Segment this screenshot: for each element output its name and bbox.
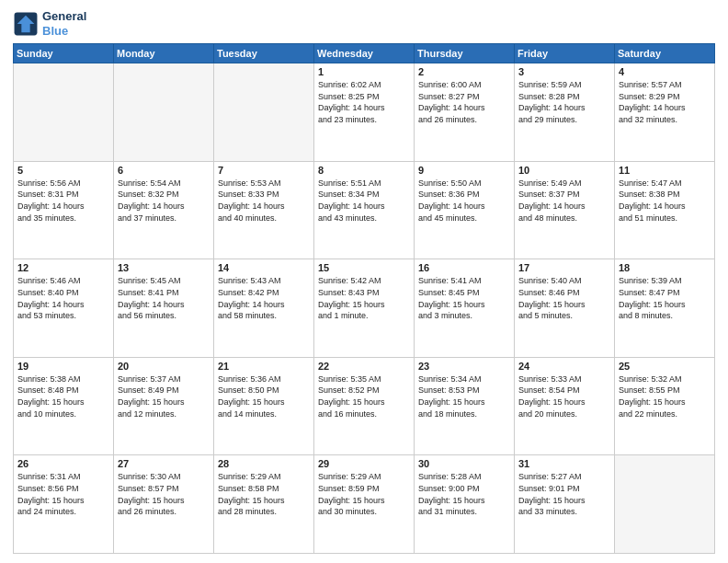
day-number: 26 [17,458,109,469]
weekday-header-wednesday: Wednesday [314,44,415,63]
logo-text: General Blue [42,9,86,38]
calendar-cell-22: 22Sunrise: 5:35 AM Sunset: 8:52 PM Dayli… [314,357,415,455]
day-number: 20 [118,361,210,372]
cell-details: Sunrise: 5:41 AM Sunset: 8:45 PM Dayligh… [418,275,510,321]
weekday-header-monday: Monday [114,44,214,63]
day-number: 13 [118,262,210,273]
calendar-cell-6: 6Sunrise: 5:54 AM Sunset: 8:32 PM Daylig… [114,161,214,259]
calendar-cell-empty [615,455,715,554]
day-number: 31 [518,458,610,469]
cell-details: Sunrise: 5:34 AM Sunset: 8:53 PM Dayligh… [418,373,510,419]
day-number: 1 [318,66,410,77]
calendar-cell-21: 21Sunrise: 5:36 AM Sunset: 8:50 PM Dayli… [214,357,314,455]
day-number: 9 [418,165,510,176]
calendar-table: SundayMondayTuesdayWednesdayThursdayFrid… [13,43,715,554]
calendar-cell-19: 19Sunrise: 5:38 AM Sunset: 8:48 PM Dayli… [14,357,114,455]
cell-details: Sunrise: 5:43 AM Sunset: 8:42 PM Dayligh… [218,275,310,321]
weekday-header-sunday: Sunday [14,44,114,63]
cell-details: Sunrise: 5:51 AM Sunset: 8:34 PM Dayligh… [318,178,410,224]
cell-details: Sunrise: 5:46 AM Sunset: 8:40 PM Dayligh… [17,275,109,321]
day-number: 19 [17,361,109,372]
day-number: 25 [619,361,711,372]
logo-icon [13,11,39,37]
calendar-cell-1: 1Sunrise: 6:02 AM Sunset: 8:25 PM Daylig… [314,63,415,162]
cell-details: Sunrise: 5:35 AM Sunset: 8:52 PM Dayligh… [318,373,410,419]
calendar-cell-17: 17Sunrise: 5:40 AM Sunset: 8:46 PM Dayli… [515,259,615,358]
calendar-cell-31: 31Sunrise: 5:27 AM Sunset: 9:01 PM Dayli… [515,455,615,554]
cell-details: Sunrise: 5:45 AM Sunset: 8:41 PM Dayligh… [118,275,210,321]
calendar-cell-28: 28Sunrise: 5:29 AM Sunset: 8:58 PM Dayli… [214,455,314,554]
cell-details: Sunrise: 5:32 AM Sunset: 8:55 PM Dayligh… [619,373,711,419]
day-number: 5 [17,165,109,176]
weekday-header-row: SundayMondayTuesdayWednesdayThursdayFrid… [14,44,715,63]
cell-details: Sunrise: 5:27 AM Sunset: 9:01 PM Dayligh… [518,471,610,517]
day-number: 7 [218,165,310,176]
cell-details: Sunrise: 5:42 AM Sunset: 8:43 PM Dayligh… [318,275,410,321]
calendar-cell-4: 4Sunrise: 5:57 AM Sunset: 8:29 PM Daylig… [615,63,715,162]
calendar-cell-14: 14Sunrise: 5:43 AM Sunset: 8:42 PM Dayli… [214,259,314,358]
calendar-cell-20: 20Sunrise: 5:37 AM Sunset: 8:49 PM Dayli… [114,357,214,455]
day-number: 10 [518,165,610,176]
cell-details: Sunrise: 5:56 AM Sunset: 8:31 PM Dayligh… [17,178,109,224]
week-row-4: 26Sunrise: 5:31 AM Sunset: 8:56 PM Dayli… [14,455,715,554]
cell-details: Sunrise: 5:30 AM Sunset: 8:57 PM Dayligh… [118,471,210,517]
weekday-header-friday: Friday [515,44,615,63]
cell-details: Sunrise: 5:29 AM Sunset: 8:59 PM Dayligh… [318,471,410,517]
cell-details: Sunrise: 5:53 AM Sunset: 8:33 PM Dayligh… [218,178,310,224]
calendar-cell-2: 2Sunrise: 6:00 AM Sunset: 8:27 PM Daylig… [415,63,515,162]
day-number: 4 [619,66,711,77]
day-number: 21 [218,361,310,372]
day-number: 27 [118,458,210,469]
cell-details: Sunrise: 5:38 AM Sunset: 8:48 PM Dayligh… [17,373,109,419]
day-number: 24 [518,361,610,372]
day-number: 23 [418,361,510,372]
logo: General Blue [13,9,86,38]
day-number: 12 [17,262,109,273]
day-number: 22 [318,361,410,372]
weekday-header-thursday: Thursday [415,44,515,63]
calendar-cell-empty [114,63,214,162]
calendar-cell-3: 3Sunrise: 5:59 AM Sunset: 8:28 PM Daylig… [515,63,615,162]
week-row-3: 19Sunrise: 5:38 AM Sunset: 8:48 PM Dayli… [14,357,715,455]
cell-details: Sunrise: 5:40 AM Sunset: 8:46 PM Dayligh… [518,275,610,321]
cell-details: Sunrise: 5:36 AM Sunset: 8:50 PM Dayligh… [218,373,310,419]
day-number: 16 [418,262,510,273]
week-row-1: 5Sunrise: 5:56 AM Sunset: 8:31 PM Daylig… [14,161,715,259]
cell-details: Sunrise: 5:47 AM Sunset: 8:38 PM Dayligh… [619,178,711,224]
calendar-cell-29: 29Sunrise: 5:29 AM Sunset: 8:59 PM Dayli… [314,455,415,554]
calendar-cell-12: 12Sunrise: 5:46 AM Sunset: 8:40 PM Dayli… [14,259,114,358]
cell-details: Sunrise: 6:02 AM Sunset: 8:25 PM Dayligh… [318,79,410,125]
cell-details: Sunrise: 5:59 AM Sunset: 8:28 PM Dayligh… [518,79,610,125]
calendar-cell-23: 23Sunrise: 5:34 AM Sunset: 8:53 PM Dayli… [415,357,515,455]
day-number: 14 [218,262,310,273]
day-number: 17 [518,262,610,273]
calendar-cell-25: 25Sunrise: 5:32 AM Sunset: 8:55 PM Dayli… [615,357,715,455]
cell-details: Sunrise: 6:00 AM Sunset: 8:27 PM Dayligh… [418,79,510,125]
calendar-cell-empty [214,63,314,162]
cell-details: Sunrise: 5:33 AM Sunset: 8:54 PM Dayligh… [518,373,610,419]
day-number: 11 [619,165,711,176]
cell-details: Sunrise: 5:57 AM Sunset: 8:29 PM Dayligh… [619,79,711,125]
cell-details: Sunrise: 5:50 AM Sunset: 8:36 PM Dayligh… [418,178,510,224]
page: General Blue SundayMondayTuesdayWednesda… [0,0,728,563]
day-number: 8 [318,165,410,176]
header: General Blue [13,9,715,38]
day-number: 3 [518,66,610,77]
cell-details: Sunrise: 5:31 AM Sunset: 8:56 PM Dayligh… [17,471,109,517]
day-number: 18 [619,262,711,273]
calendar-cell-13: 13Sunrise: 5:45 AM Sunset: 8:41 PM Dayli… [114,259,214,358]
day-number: 2 [418,66,510,77]
calendar-cell-24: 24Sunrise: 5:33 AM Sunset: 8:54 PM Dayli… [515,357,615,455]
cell-details: Sunrise: 5:54 AM Sunset: 8:32 PM Dayligh… [118,178,210,224]
day-number: 30 [418,458,510,469]
day-number: 6 [118,165,210,176]
cell-details: Sunrise: 5:29 AM Sunset: 8:58 PM Dayligh… [218,471,310,517]
calendar-cell-5: 5Sunrise: 5:56 AM Sunset: 8:31 PM Daylig… [14,161,114,259]
calendar-cell-18: 18Sunrise: 5:39 AM Sunset: 8:47 PM Dayli… [615,259,715,358]
cell-details: Sunrise: 5:49 AM Sunset: 8:37 PM Dayligh… [518,178,610,224]
day-number: 15 [318,262,410,273]
calendar-cell-15: 15Sunrise: 5:42 AM Sunset: 8:43 PM Dayli… [314,259,415,358]
calendar-cell-11: 11Sunrise: 5:47 AM Sunset: 8:38 PM Dayli… [615,161,715,259]
weekday-header-saturday: Saturday [615,44,715,63]
calendar-cell-26: 26Sunrise: 5:31 AM Sunset: 8:56 PM Dayli… [14,455,114,554]
